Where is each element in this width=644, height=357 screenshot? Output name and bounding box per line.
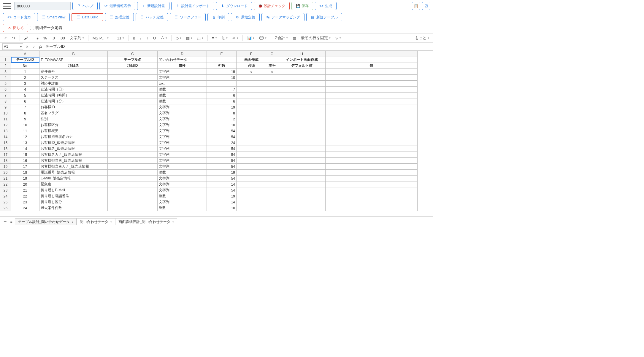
dec-increase-icon[interactable]: .0 (50, 35, 56, 41)
col-header[interactable]: B (39, 51, 108, 57)
italic-button[interactable]: I (139, 35, 142, 41)
cell[interactable] (108, 146, 158, 152)
cell[interactable]: 19 (207, 69, 237, 75)
cell[interactable]: 3 (11, 81, 39, 87)
cell[interactable]: 22 (11, 193, 39, 199)
wrap-button[interactable]: ↵ (231, 35, 239, 41)
cell[interactable] (266, 170, 278, 176)
chart-button[interactable]: 📊 (246, 35, 256, 41)
cell[interactable]: お客様担当者_販売店情報 (39, 158, 108, 164)
redo-icon[interactable]: ↷ (11, 35, 17, 41)
cell[interactable] (266, 87, 278, 93)
cell[interactable]: 文字列 (158, 69, 207, 75)
cell[interactable]: T_TOIAWASE (39, 57, 108, 63)
row-header[interactable]: 18 (0, 158, 11, 164)
cell[interactable]: 桁数 (207, 63, 237, 69)
cell[interactable] (108, 134, 158, 140)
fx-confirm-icon[interactable]: ✓ (31, 44, 37, 49)
cell[interactable]: 12 (11, 134, 39, 140)
row-header[interactable]: 17 (0, 152, 11, 158)
cell[interactable]: 54 (207, 176, 237, 181)
cell[interactable] (326, 193, 418, 199)
cell[interactable] (278, 122, 326, 128)
col-header[interactable]: C (108, 51, 158, 57)
cell[interactable]: 項目ID (108, 63, 158, 69)
add-sheet-icon[interactable]: + (2, 219, 8, 225)
underline-button[interactable]: U (152, 35, 157, 41)
cell[interactable] (278, 87, 326, 93)
cell[interactable]: 11 (11, 128, 39, 134)
cell[interactable] (207, 81, 237, 87)
cell[interactable]: 主ｷｰ (266, 63, 278, 69)
cell[interactable]: 緊急度 (39, 181, 108, 187)
row-header[interactable]: 9 (0, 104, 11, 110)
cell[interactable] (237, 134, 266, 140)
cell[interactable] (237, 110, 266, 116)
cell[interactable]: 16 (11, 158, 39, 164)
cell[interactable] (326, 75, 418, 81)
row-header[interactable]: 5 (0, 81, 11, 87)
freeze-button[interactable]: 最初の行を固定 (300, 35, 332, 41)
cell[interactable]: text (158, 81, 207, 87)
undo-icon[interactable]: ↶ (3, 35, 9, 41)
cell[interactable] (266, 57, 278, 63)
detail-checkbox[interactable]: 明細データ定義 (30, 25, 62, 31)
cell[interactable] (266, 110, 278, 116)
cell[interactable] (326, 128, 418, 134)
cell[interactable]: 5 (11, 93, 39, 98)
generate-button[interactable]: <>生成 (315, 2, 337, 10)
col-header[interactable]: G (266, 51, 278, 57)
cell[interactable] (278, 69, 326, 75)
row-header[interactable]: 11 (0, 116, 11, 122)
cell[interactable] (266, 75, 278, 81)
row-header[interactable]: 26 (0, 205, 11, 211)
codeout-button[interactable]: <>コード出力 (3, 13, 35, 21)
workflow-button[interactable]: ☰ワークフロー (170, 13, 206, 21)
cell[interactable]: 文字列 (158, 181, 207, 187)
pivot-icon[interactable]: ▦ (291, 35, 297, 41)
cell[interactable] (278, 176, 326, 181)
sum-button[interactable]: Σ合計 (274, 35, 289, 41)
cell[interactable]: 10 (207, 122, 237, 128)
cell[interactable] (108, 181, 158, 187)
cell[interactable] (266, 152, 278, 158)
cell[interactable] (266, 104, 278, 110)
cell[interactable] (108, 81, 158, 87)
cell[interactable] (266, 93, 278, 98)
cell[interactable] (326, 110, 418, 116)
format-select[interactable]: 文字列 (69, 35, 85, 41)
cell[interactable]: 文字列 (158, 158, 207, 164)
clipboard-icon[interactable]: 📋 (412, 2, 420, 10)
col-header[interactable] (326, 51, 418, 57)
cell[interactable]: 過去案件件数 (39, 205, 108, 211)
cell[interactable] (207, 57, 237, 63)
cell[interactable] (326, 81, 418, 87)
cell[interactable] (278, 158, 326, 164)
cell[interactable]: 整数 (158, 98, 207, 104)
cell[interactable] (237, 176, 266, 181)
comment-button[interactable]: 💬 (258, 35, 268, 41)
cell[interactable] (326, 104, 418, 110)
cell[interactable]: 必須 (237, 63, 266, 69)
cell[interactable] (278, 116, 326, 122)
cell[interactable] (278, 128, 326, 134)
bold-button[interactable]: B (131, 35, 137, 41)
cell[interactable]: 9 (11, 116, 39, 122)
cell[interactable]: お客様担当者名カナ (39, 134, 108, 140)
dec-decrease-icon[interactable]: .00 (58, 35, 66, 41)
row-header[interactable]: 20 (0, 170, 11, 176)
cell[interactable]: お客様名_販売店情報 (39, 146, 108, 152)
cell[interactable] (237, 116, 266, 122)
cell[interactable] (237, 199, 266, 205)
cell[interactable] (108, 75, 158, 81)
cell[interactable] (278, 110, 326, 116)
cell[interactable]: 54 (207, 164, 237, 170)
cell[interactable] (266, 134, 278, 140)
close-button[interactable]: ✕閉じる (3, 24, 28, 32)
row-header[interactable]: 22 (0, 181, 11, 187)
cell[interactable] (108, 152, 158, 158)
fontname-select[interactable]: MS P… (91, 35, 110, 41)
cell[interactable]: インポート画面作成 (278, 57, 326, 63)
cell[interactable]: 文字列 (158, 176, 207, 181)
cell[interactable]: 電話番号_販売店情報 (39, 170, 108, 176)
